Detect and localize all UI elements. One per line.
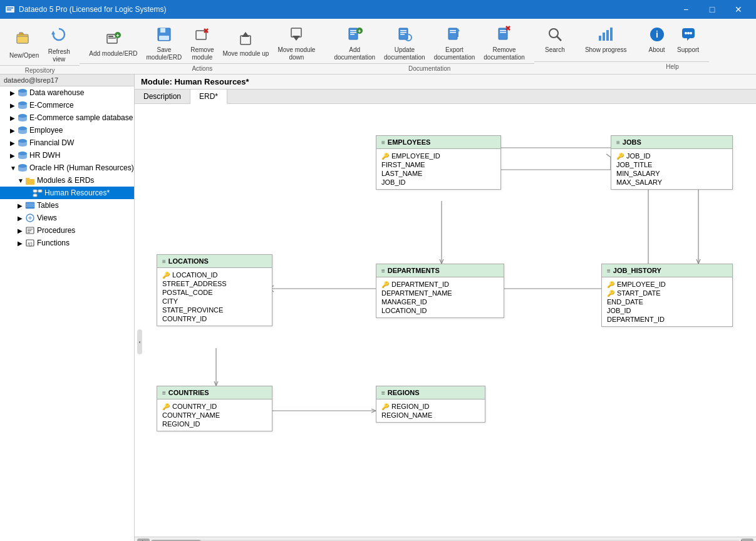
add-module-button[interactable]: + Add module/ERD [85,28,142,59]
add-doc-button[interactable]: + Adddocumentation [329,24,380,63]
move-up-button[interactable]: Move module up [218,28,273,59]
toolbar-group-documentation: + Adddocumentation [324,21,534,71]
about-button[interactable]: i About [641,24,673,56]
modules-erds-label: Modules & ERDs [37,176,94,185]
expand-arrow [25,190,33,197]
documentation-buttons: + Adddocumentation [324,21,534,63]
tab-description[interactable]: Description [135,90,190,103]
sidebar-item-ecommerce-sample[interactable]: ▶ E-Commerce sample database [0,111,134,124]
svg-rect-2 [7,9,11,11]
sidebar-item-ecommerce[interactable]: ▶ E-Commerce [0,99,134,111]
new-open-button[interactable]: New/Open [5,28,43,61]
field-region-id: 🔑REGION_ID [376,402,485,411]
views-label: Views [37,214,57,222]
sidebar-item-procedures[interactable]: ▶ Procedures [0,224,134,237]
db-icon [18,100,28,110]
expand-arrow: ▶ [10,115,18,121]
table-symbol: ≡ [381,389,385,396]
ecommerce-label: E-Commerce [29,101,74,110]
toolbar: New/Open Refreshview Repository [0,19,756,75]
collapse-handle-left[interactable]: ‹ [137,329,142,354]
minimize-button[interactable]: − [673,0,698,19]
locations-title: LOCATIONS [168,257,209,265]
close-button[interactable]: ✕ [726,0,751,19]
refresh-label: Refreshview [48,48,70,63]
functions-label: Functions [37,239,70,247]
repository-buttons: New/Open Refreshview [0,21,80,65]
erd-table-jobs[interactable]: ≡ JOBS 🔑JOB_ID JOB_TITLE MIN_SALARY MAX_… [611,135,733,190]
refresh-button[interactable]: Refreshview [43,24,75,65]
field-city: CITY [157,297,272,306]
svg-rect-46 [606,30,609,41]
content-area: Module: Human Resources* Description ERD… [135,75,756,541]
sidebar-item-modules-erds[interactable]: ▼ Modules & ERDs [0,174,134,187]
remove-module-button[interactable]: Removemodule [186,24,218,63]
help-buttons: i About Support [636,21,709,61]
expand-arrow: ▼ [10,165,18,172]
scroll-right-btn[interactable]: ▶ [741,538,753,542]
save-module-icon [155,26,173,45]
search-button[interactable]: Search [539,24,571,56]
sidebar-item-data-warehouse[interactable]: ▶ Data warehouse [0,86,134,99]
toolbar-group-help: i About Support [636,21,709,71]
locations-header: ≡ LOCATIONS [157,255,272,268]
window-title: Dataedo 5 Pro (Licensed for Logic System… [19,5,166,14]
procedures-label: Procedures [37,226,75,235]
erd-table-regions[interactable]: ≡ REGIONS 🔑REGION_ID REGION_NAME [376,386,485,423]
sidebar-item-hr-dwh[interactable]: ▶ HR DWH [0,149,134,162]
erd-table-departments[interactable]: ≡ DEPARTMENTS 🔑DEPARTMENT_ID DEPARTMENT_… [376,264,504,318]
sidebar-item-oracle-hr[interactable]: ▼ Oracle HR (Human Resources) [0,162,134,174]
titlebar: Dataedo 5 Pro (Licensed for Logic System… [0,0,756,19]
human-resources-label: Human Resources* [44,188,110,197]
move-down-button[interactable]: Move moduledown [273,24,319,63]
field-dept-name: DEPARTMENT_NAME [376,289,504,297]
sidebar-item-financial[interactable]: ▶ Financial DW [0,137,134,149]
field-jh-emp-id: 🔑EMPLOYEE_ID [602,280,732,289]
scroll-left-btn[interactable]: ◀ [137,538,150,542]
svg-rect-33 [450,30,456,31]
remove-doc-button[interactable]: Removedocumentation [479,24,529,63]
svg-point-51 [687,32,690,34]
field-jh-job-id: JOB_ID [602,306,732,315]
erd-table-countries[interactable]: ≡ COUNTRIES 🔑COUNTRY_ID COUNTRY_NAME REG… [157,386,272,431]
new-open-label: New/Open [9,52,39,59]
expand-arrow: ▶ [10,90,18,96]
svg-rect-24 [350,34,355,35]
regions-header: ≡ REGIONS [376,386,485,399]
sidebar-item-employee[interactable]: ▶ Employee [0,124,134,137]
field-end-date: END_DATE [602,297,732,306]
bottom-scrollbar[interactable]: ◀ ▶ [135,537,756,541]
countries-header: ≡ COUNTRIES [157,386,272,399]
svg-line-81 [606,154,611,157]
views-icon [25,213,35,223]
erd-canvas[interactable]: ≡ EMPLOYEES 🔑EMPLOYEE_ID FIRST_NAME LAST… [135,104,756,537]
sidebar-item-functions[interactable]: ▶ f() Functions [0,237,134,249]
svg-line-95 [696,259,698,264]
erd-table-job-history[interactable]: ≡ JOB_HISTORY 🔑EMPLOYEE_ID 🔑START_DATE E… [601,264,733,327]
toolbar-group-repo-inner: New/Open Refreshview [0,24,80,65]
about-icon: i [648,26,666,45]
erd-table-employees[interactable]: ≡ EMPLOYEES 🔑EMPLOYEE_ID FIRST_NAME LAST… [376,135,501,190]
field-job-id: 🔑JOB_ID [611,152,732,160]
sidebar-item-tables[interactable]: ▶ Tables [0,199,134,212]
move-up-label: Move module up [222,50,269,58]
svg-rect-62 [33,190,37,192]
tab-erd[interactable]: ERD* [190,90,227,104]
departments-header: ≡ DEPARTMENTS [376,264,504,277]
svg-line-84 [440,259,442,264]
export-doc-label: Exportdocumentation [434,46,475,61]
erd-table-locations[interactable]: ≡ LOCATIONS 🔑LOCATION_ID STREET_ADDRESS … [157,254,272,326]
svg-rect-30 [400,34,405,35]
expand-arrow: ▶ [18,202,25,209]
departments-body: 🔑DEPARTMENT_ID DEPARTMENT_NAME MANAGER_I… [376,277,504,317]
update-doc-button[interactable]: Updatedocumentation [380,24,430,63]
save-module-button[interactable]: Savemodule/ERD [142,24,187,63]
sidebar-item-human-resources[interactable]: Human Resources* [0,187,134,199]
maximize-button[interactable]: □ [700,0,725,19]
export-doc-button[interactable]: Exportdocumentation [430,24,480,63]
sidebar-item-views[interactable]: ▶ Views [0,212,134,224]
db-icon [18,138,28,148]
documentation-label: Documentation [324,63,534,73]
show-progress-button[interactable]: Show progress [581,24,631,56]
support-button[interactable]: Support [673,24,704,56]
